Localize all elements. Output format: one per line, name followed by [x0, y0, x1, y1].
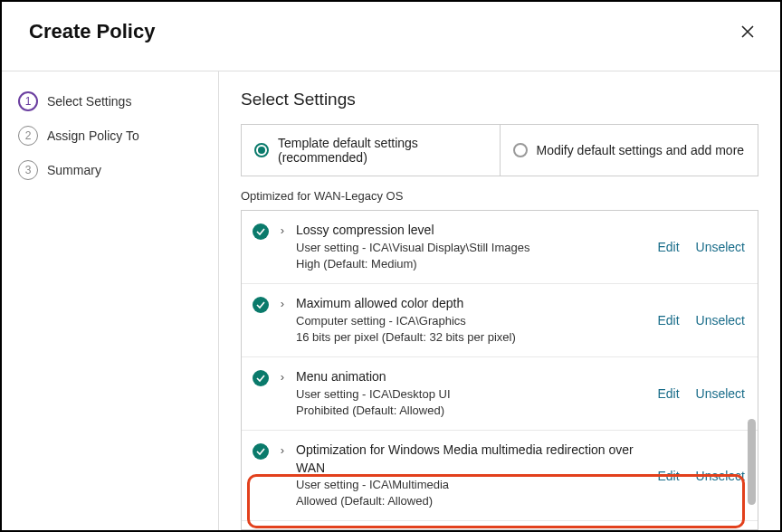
setting-value: 16 bits per pixel (Default: 32 bits per …: [296, 329, 650, 346]
close-icon: [740, 24, 755, 39]
step-number: 1: [18, 91, 38, 111]
edit-link[interactable]: Edit: [657, 386, 679, 401]
setting-path: Computer setting - ICA\Graphics: [296, 313, 650, 329]
settings-mode-radio-group: Template default settings (recommended) …: [241, 124, 758, 176]
radio-template-default[interactable]: Template default settings (recommended): [242, 125, 500, 176]
main-heading: Select Settings: [241, 90, 758, 109]
settings-list: › Lossy compression level User setting -…: [241, 210, 758, 530]
template-name-label: Optimized for WAN-Legacy OS: [241, 189, 758, 203]
unselect-link[interactable]: Unselect: [696, 386, 745, 401]
setting-row: › Optimization for Windows Media multime…: [242, 431, 758, 522]
setting-value: Allowed (Default: Allowed): [296, 493, 650, 509]
radio-label: Template default settings (recommended): [278, 136, 487, 165]
setting-title: Maximum allowed color depth: [296, 295, 650, 313]
chevron-right-icon[interactable]: ›: [276, 297, 289, 310]
setting-row: › Maximum allowed color depth Computer s…: [242, 284, 758, 357]
unselect-link[interactable]: Unselect: [696, 469, 745, 483]
chevron-right-icon[interactable]: ›: [276, 443, 289, 457]
setting-title: Menu animation: [296, 368, 650, 386]
chevron-right-icon[interactable]: ›: [276, 370, 289, 384]
settings-scroll[interactable]: › Lossy compression level User setting -…: [242, 211, 758, 529]
radio-modify-default[interactable]: Modify default settings and add more: [500, 125, 758, 176]
radio-label: Modify default settings and add more: [537, 143, 745, 157]
step-label: Select Settings: [47, 94, 131, 109]
setting-row: › Lossy compression level User setting -…: [242, 211, 758, 284]
unselect-link[interactable]: Unselect: [696, 240, 745, 254]
radio-icon: [254, 143, 269, 157]
setting-title: Optimization for Windows Media multimedi…: [296, 442, 650, 477]
setting-title: Lossy compression level: [296, 222, 650, 240]
edit-link[interactable]: Edit: [657, 313, 679, 328]
setting-row: › Menu animation User setting - ICA\Desk…: [242, 357, 758, 431]
close-button[interactable]: [737, 21, 758, 43]
chevron-right-icon[interactable]: ›: [276, 223, 289, 237]
checkmark-icon: [253, 297, 269, 313]
unselect-link[interactable]: Unselect: [696, 313, 745, 328]
step-select-settings[interactable]: 1 Select Settings: [18, 91, 218, 111]
checkmark-icon: [253, 370, 269, 386]
step-summary[interactable]: 3 Summary: [18, 160, 218, 180]
step-number: 2: [18, 126, 38, 146]
edit-link[interactable]: Edit: [657, 469, 679, 483]
step-number: 3: [18, 160, 38, 180]
step-assign-policy-to[interactable]: 2 Assign Policy To: [18, 126, 218, 146]
setting-value: Prohibited (Default: Allowed): [296, 403, 650, 419]
wizard-steps: 1 Select Settings 2 Assign Policy To 3 S…: [2, 71, 219, 530]
radio-icon: [513, 143, 528, 157]
setting-row: › Overall session bandwidth limit User s…: [242, 521, 758, 529]
setting-path: User setting - ICA\Desktop UI: [296, 386, 650, 403]
setting-path: User setting - ICA\Multimedia: [296, 477, 650, 493]
step-label: Summary: [47, 163, 101, 177]
page-title: Create Policy: [29, 20, 155, 43]
setting-path: User setting - ICA\Visual Display\Still …: [296, 240, 650, 256]
edit-link[interactable]: Edit: [657, 240, 679, 254]
checkmark-icon: [253, 443, 269, 460]
step-label: Assign Policy To: [47, 128, 139, 143]
checkmark-icon: [253, 223, 269, 240]
setting-value: High (Default: Medium): [296, 256, 650, 272]
